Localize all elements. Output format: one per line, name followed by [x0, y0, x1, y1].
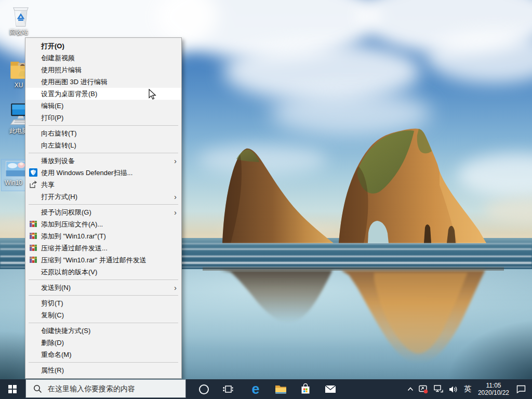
- menu-item-share[interactable]: 共享: [25, 179, 181, 191]
- recycle-bin-icon: [8, 3, 33, 28]
- menu-item-cast-to-device[interactable]: 播放到设备›: [25, 155, 181, 167]
- task-view-button[interactable]: [216, 379, 240, 399]
- menu-item-scan-with-defender[interactable]: 使用 Windows Defender扫描...: [25, 167, 181, 179]
- screen-recorder-icon: [419, 385, 429, 394]
- clock-time: 11:05: [478, 382, 509, 389]
- ime-indicator[interactable]: 英: [461, 379, 474, 399]
- file-explorer-icon: [275, 384, 287, 394]
- taskbar-clock[interactable]: 11:05 2020/10/22: [474, 382, 513, 396]
- screen: 回收站 XU 此电脑 Win10: [0, 0, 532, 399]
- cortana-icon: [199, 384, 209, 394]
- store-icon: [300, 383, 311, 395]
- menu-item-open-with[interactable]: 打开方式(H)›: [25, 191, 181, 203]
- menu-item-edit[interactable]: 编辑(E): [25, 100, 181, 112]
- search-input[interactable]: [47, 384, 179, 393]
- store-button[interactable]: [294, 379, 317, 399]
- screen-recorder-tray-icon[interactable]: [416, 379, 431, 399]
- submenu-arrow-icon: ›: [174, 191, 177, 203]
- volume-tray-icon[interactable]: [446, 379, 461, 399]
- menu-item-copy[interactable]: 复制(C): [25, 309, 181, 321]
- action-center-icon: [516, 385, 526, 393]
- menu-item-compress-and-email[interactable]: 压缩并通过邮件发送...: [25, 242, 181, 254]
- action-center-button[interactable]: [513, 379, 532, 399]
- speaker-icon: [449, 385, 458, 393]
- menu-item-compress-to-win10-rar-and-email[interactable]: 压缩到 "Win10.rar" 并通过邮件发送: [25, 254, 181, 266]
- menu-item-open[interactable]: 打开(O): [25, 40, 181, 52]
- windows-logo-icon: [8, 385, 17, 393]
- menu-item-edit-with-paint3d[interactable]: 使用画图 3D 进行编辑: [25, 76, 181, 88]
- mouse-cursor-icon: [149, 89, 156, 100]
- ethernet-network-icon: [434, 385, 444, 393]
- defender-shield-icon: [29, 168, 37, 177]
- mail-button[interactable]: [318, 379, 342, 399]
- menu-item-rotate-left[interactable]: 向左旋转(L): [25, 139, 181, 151]
- context-menu: 打开(O) 创建新视频 使用照片编辑 使用画图 3D 进行编辑 设置为桌面背景(…: [25, 37, 182, 379]
- file-explorer-button[interactable]: [269, 379, 292, 399]
- share-icon: [29, 180, 37, 189]
- winrar-icon: [29, 220, 37, 228]
- menu-separator: [29, 153, 178, 153]
- menu-item-cut[interactable]: 剪切(T): [25, 297, 181, 309]
- edge-icon: e: [251, 382, 259, 396]
- desktop-icon-label: 回收站: [2, 29, 35, 36]
- desktop-icon-recycle-bin[interactable]: 回收站: [2, 3, 35, 30]
- edge-button[interactable]: e: [244, 379, 268, 399]
- menu-separator: [29, 125, 178, 126]
- menu-item-restore-previous-versions[interactable]: 还原以前的版本(V): [25, 266, 181, 278]
- search-icon: [33, 384, 42, 393]
- winrar-icon: [29, 232, 37, 240]
- menu-separator: [29, 323, 178, 323]
- submenu-arrow-icon: ›: [174, 282, 177, 294]
- winrar-icon: [29, 244, 37, 252]
- menu-separator: [29, 362, 178, 363]
- menu-item-properties[interactable]: 属性(R): [25, 364, 181, 376]
- menu-item-edit-with-photos[interactable]: 使用照片编辑: [25, 64, 181, 76]
- menu-separator: [29, 295, 178, 296]
- start-button[interactable]: [0, 379, 25, 399]
- submenu-arrow-icon: ›: [174, 155, 177, 167]
- menu-separator: [29, 280, 178, 280]
- menu-item-give-access-to[interactable]: 授予访问权限(G)›: [25, 206, 181, 218]
- task-view-icon: [222, 384, 233, 394]
- menu-item-add-to-win10-rar[interactable]: 添加到 "Win10.rar"(T): [25, 230, 181, 242]
- menu-item-create-video[interactable]: 创建新视频: [25, 52, 181, 64]
- menu-item-print[interactable]: 打印(P): [25, 112, 181, 124]
- image-thumbnail: [6, 161, 28, 177]
- network-tray-icon[interactable]: [431, 379, 446, 399]
- cortana-button[interactable]: [192, 379, 216, 399]
- clock-date: 2020/10/22: [478, 389, 509, 396]
- menu-item-rotate-right[interactable]: 向右旋转(T): [25, 127, 181, 139]
- menu-item-set-as-desktop-background[interactable]: 设置为桌面背景(B): [25, 88, 181, 100]
- system-tray: 英 11:05 2020/10/22: [405, 379, 532, 399]
- taskbar: e: [0, 379, 532, 399]
- menu-separator: [29, 204, 178, 205]
- chevron-up-icon: [407, 387, 414, 391]
- winrar-icon: [29, 256, 37, 264]
- taskbar-search-box[interactable]: [25, 379, 186, 398]
- submenu-arrow-icon: ›: [174, 206, 177, 218]
- menu-item-delete[interactable]: 删除(D): [25, 337, 181, 349]
- hidden-icons-button[interactable]: [405, 379, 416, 399]
- menu-item-rename[interactable]: 重命名(M): [25, 349, 181, 361]
- mail-icon: [325, 385, 336, 393]
- menu-item-send-to[interactable]: 发送到(N)›: [25, 282, 181, 294]
- menu-item-add-to-archive[interactable]: 添加到压缩文件(A)...: [25, 218, 181, 230]
- menu-item-create-shortcut[interactable]: 创建快捷方式(S): [25, 325, 181, 337]
